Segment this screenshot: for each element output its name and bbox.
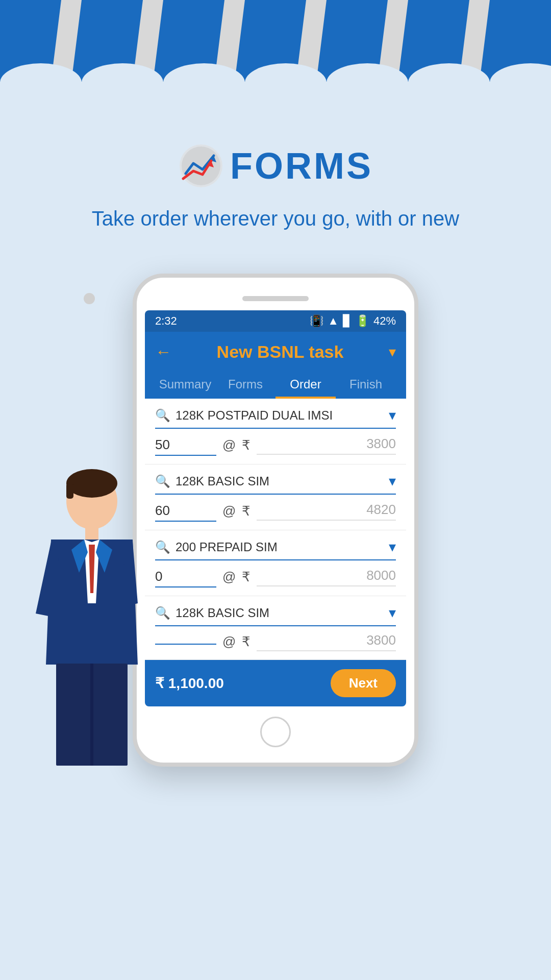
item-qty-4[interactable]	[155, 640, 216, 645]
svg-point-13	[327, 63, 408, 102]
order-item-1: 🔍 128K POSTPAID DUAL IMSI ▾ 50 @ ₹ 3800	[145, 399, 406, 464]
item-price-1: 3800	[257, 436, 396, 455]
tab-summary[interactable]: Summary	[155, 370, 215, 399]
order-item-4: 🔍 128K BASIC SIM ▾ @ ₹ 3800	[145, 596, 406, 660]
logo-icon	[178, 143, 224, 189]
item-name-2: 128K BASIC SIM	[176, 474, 389, 488]
svg-point-10	[82, 63, 163, 102]
vibrate-icon: 📳	[310, 314, 323, 328]
back-button[interactable]: ←	[155, 342, 171, 361]
phone-wrapper: 2:32 📳 ▲ ▊ 🔋 42% ← New BSNL task ▾	[0, 274, 551, 767]
order-item-3: 🔍 200 PREPAID SIM ▾ 0 @ ₹ 8000	[145, 530, 406, 596]
order-item-2: 🔍 128K BASIC SIM ▾ 60 @ ₹ 4820	[145, 464, 406, 530]
svg-point-11	[163, 63, 245, 102]
search-icon-2: 🔍	[155, 474, 170, 488]
tab-bar: Summary Forms Order Finish	[155, 370, 396, 399]
order-content: 🔍 128K POSTPAID DUAL IMSI ▾ 50 @ ₹ 3800 …	[145, 399, 406, 660]
search-icon-4: 🔍	[155, 606, 170, 620]
total-amount: ₹ 1,100.00	[155, 675, 224, 692]
tab-forms[interactable]: Forms	[215, 370, 276, 399]
header-dropdown-icon[interactable]: ▾	[389, 344, 396, 360]
app-header: ← New BSNL task ▾ Summary Forms Order	[145, 332, 406, 399]
wifi-icon: ▲	[328, 314, 339, 328]
item-price-3: 8000	[257, 568, 396, 586]
item-dropdown-3[interactable]: ▾	[389, 538, 396, 555]
tab-order[interactable]: Order	[276, 370, 336, 399]
search-icon-3: 🔍	[155, 540, 170, 554]
item-rupee-4: ₹	[242, 634, 251, 650]
status-icons: 📳 ▲ ▊ 🔋 42%	[310, 314, 396, 328]
item-rupee-1: ₹	[242, 437, 251, 453]
svg-point-12	[245, 63, 327, 102]
person-figure	[0, 460, 143, 767]
brand-tagline: Take order wherever you go, with or new	[51, 204, 500, 233]
phone-screen: 2:32 📳 ▲ ▊ 🔋 42% ← New BSNL task ▾	[145, 310, 406, 706]
next-button[interactable]: Next	[331, 669, 396, 697]
phone-frame: 2:32 📳 ▲ ▊ 🔋 42% ← New BSNL task ▾	[133, 274, 418, 767]
item-at-2: @	[222, 503, 236, 519]
svg-point-17	[182, 146, 220, 185]
item-price-4: 3800	[257, 632, 396, 651]
item-dropdown-2[interactable]: ▾	[389, 473, 396, 489]
item-at-3: @	[222, 569, 236, 585]
svg-rect-25	[90, 664, 93, 766]
bottom-bar: ₹ 1,100.00 Next	[145, 660, 406, 706]
brand-logo: FORMS	[178, 143, 373, 189]
item-rupee-2: ₹	[242, 503, 251, 519]
item-name-3: 200 PREPAID SIM	[176, 540, 389, 554]
item-at-4: @	[222, 634, 236, 650]
tab-finish[interactable]: Finish	[336, 370, 396, 399]
svg-point-21	[66, 469, 117, 498]
item-dropdown-4[interactable]: ▾	[389, 604, 396, 621]
svg-rect-23	[85, 526, 98, 541]
awning	[0, 0, 551, 102]
item-rupee-3: ₹	[242, 569, 251, 585]
home-button[interactable]	[260, 717, 291, 747]
brand-section: FORMS Take order wherever you go, with o…	[0, 102, 551, 253]
status-bar: 2:32 📳 ▲ ▊ 🔋 42%	[145, 310, 406, 332]
item-price-2: 4820	[257, 502, 396, 521]
item-qty-1[interactable]: 50	[155, 435, 216, 456]
battery-icon: 🔋	[356, 314, 369, 328]
status-time: 2:32	[155, 314, 177, 328]
search-icon-1: 🔍	[155, 408, 170, 423]
item-dropdown-1[interactable]: ▾	[389, 407, 396, 424]
svg-point-14	[408, 63, 490, 102]
svg-point-9	[0, 63, 82, 102]
battery-percent: 42%	[373, 314, 396, 328]
item-name-1: 128K POSTPAID DUAL IMSI	[176, 408, 389, 423]
app-title: New BSNL task	[171, 342, 389, 362]
item-at-1: @	[222, 437, 236, 453]
item-qty-2[interactable]: 60	[155, 501, 216, 522]
item-name-4: 128K BASIC SIM	[176, 606, 389, 620]
brand-name: FORMS	[230, 145, 373, 187]
signal-icon: ▊	[343, 314, 352, 328]
item-qty-3[interactable]: 0	[155, 567, 216, 587]
svg-rect-22	[66, 483, 73, 499]
